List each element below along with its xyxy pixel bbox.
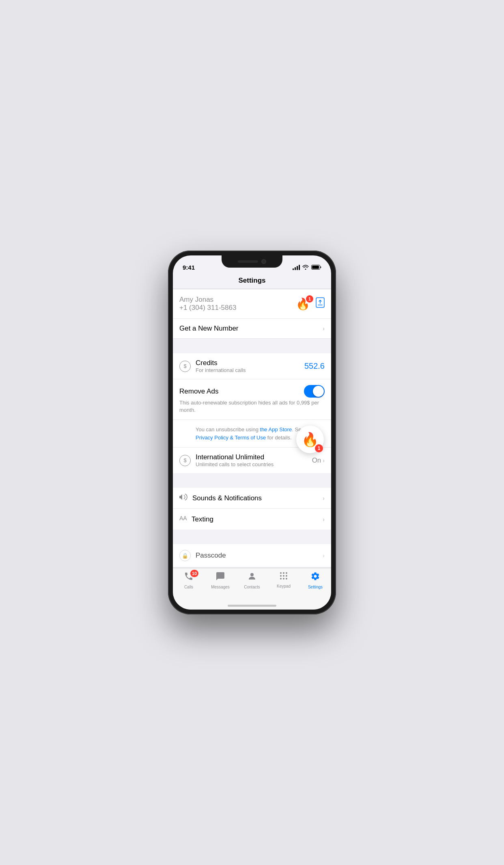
remove-ads-title: Remove Ads xyxy=(179,387,218,396)
keypad-label: Keypad xyxy=(277,584,291,588)
texting-row[interactable]: AA Texting › xyxy=(173,509,331,530)
svg-text:AA: AA xyxy=(179,515,187,521)
passcode-row[interactable]: 🔒 Passcode › xyxy=(173,544,331,567)
svg-point-9 xyxy=(283,575,284,577)
credits-section: $ Credits For international calls 552.6 … xyxy=(173,353,331,473)
credits-row[interactable]: $ Credits For international calls 552.6 xyxy=(173,353,331,379)
upload-icon[interactable] xyxy=(316,297,325,310)
speaker xyxy=(238,260,258,263)
status-time: 9:41 xyxy=(183,264,195,271)
calls-label: Calls xyxy=(184,585,193,589)
profile-name: Amy Jonas xyxy=(179,296,236,304)
credits-sublabel: For international calls xyxy=(196,367,304,373)
unsub-after: for details. xyxy=(266,435,292,441)
svg-point-12 xyxy=(283,578,284,580)
remove-ads-row: Remove Ads This auto-renewable subscript… xyxy=(173,379,331,420)
profile-row[interactable]: Amy Jonas +1 (304) 311-5863 🔥 1 xyxy=(173,289,331,319)
unsub-text: You can unsubscribe using the App Store.… xyxy=(196,426,313,441)
settings-icon xyxy=(310,571,320,584)
status-icons xyxy=(293,265,321,270)
chevron-right-icon: › xyxy=(323,325,325,332)
toggle-knob xyxy=(313,386,324,397)
dollar-circle-icon: $ xyxy=(179,361,191,372)
tab-bar: 10 Calls Messages Co xyxy=(173,568,331,601)
battery-icon xyxy=(311,265,321,270)
get-new-number-row[interactable]: Get a New Number › xyxy=(173,319,331,339)
intl-unlimited-sublabel: Unlimited calls to select countries xyxy=(196,461,312,467)
unsub-before: You can unsubscribe using xyxy=(196,426,260,432)
contacts-icon xyxy=(247,571,257,584)
remove-ads-toggle[interactable] xyxy=(304,385,325,398)
intl-unlimited-label: International Unlimited xyxy=(196,453,312,461)
credits-label: Credits xyxy=(196,359,304,367)
chevron-right-icon-3: › xyxy=(323,495,325,502)
svg-point-13 xyxy=(286,578,287,580)
messages-icon xyxy=(215,571,225,584)
home-bar xyxy=(228,605,276,607)
svg-point-10 xyxy=(286,575,287,577)
wifi-icon xyxy=(302,265,309,270)
passcode-section: 🔒 Passcode › xyxy=(173,544,331,567)
tab-settings[interactable]: Settings xyxy=(299,571,331,589)
app-store-link[interactable]: the App Store xyxy=(260,426,292,432)
sounds-row[interactable]: Sounds & Notifications › xyxy=(173,488,331,509)
remove-ads-description: This auto-renewable subscription hides a… xyxy=(179,399,325,414)
notch xyxy=(222,255,282,268)
texting-icon: AA xyxy=(179,515,187,524)
svg-point-8 xyxy=(280,575,282,577)
passcode-label: Passcode xyxy=(196,551,226,560)
profile-section: Amy Jonas +1 (304) 311-5863 🔥 1 xyxy=(173,289,331,319)
svg-point-6 xyxy=(283,572,284,574)
phone-screen: 9:41 xyxy=(173,255,331,610)
calls-badge: 10 xyxy=(190,570,198,577)
camera xyxy=(261,259,266,264)
tab-keypad[interactable]: Keypad xyxy=(268,571,299,588)
sounds-section: Sounds & Notifications › AA Texting › xyxy=(173,488,331,530)
chevron-right-icon-4: › xyxy=(323,516,325,523)
get-new-number-label: Get a New Number xyxy=(179,324,239,333)
tab-contacts[interactable]: Contacts xyxy=(236,571,268,589)
speaker-icon xyxy=(179,493,188,503)
svg-rect-1 xyxy=(312,266,319,269)
separator-1 xyxy=(173,339,331,353)
separator-2 xyxy=(173,473,331,488)
keypad-icon xyxy=(279,571,288,583)
separator-3 xyxy=(173,530,331,544)
chevron-right-icon-5: › xyxy=(323,552,325,559)
svg-point-11 xyxy=(280,578,282,580)
profile-number: +1 (304) 311-5863 xyxy=(179,304,236,312)
settings-label: Settings xyxy=(308,585,323,589)
profile-info: Amy Jonas +1 (304) 311-5863 xyxy=(179,296,236,312)
svg-point-4 xyxy=(250,573,254,576)
sounds-notifications-label: Sounds & Notifications xyxy=(192,494,262,502)
nav-header: Settings xyxy=(173,273,331,289)
privacy-policy-link[interactable]: Privacy Policy & Terms of Use xyxy=(196,435,266,441)
floating-fire-notification[interactable]: 🔥 1 xyxy=(296,426,324,453)
credits-value: 552.6 xyxy=(304,361,325,371)
phone-frame: 9:41 xyxy=(168,251,336,614)
tab-calls[interactable]: 10 Calls xyxy=(173,571,205,589)
intl-unlimited-value: On xyxy=(312,456,321,465)
fire-badge-container[interactable]: 🔥 1 xyxy=(296,297,310,311)
lock-circle-icon: 🔒 xyxy=(179,550,191,561)
profile-actions: 🔥 1 xyxy=(296,297,325,311)
tab-messages[interactable]: Messages xyxy=(205,571,236,589)
fire-badge: 1 xyxy=(306,295,313,303)
svg-point-7 xyxy=(286,572,287,574)
home-indicator xyxy=(173,601,331,610)
texting-label: Texting xyxy=(192,515,213,523)
contacts-label: Contacts xyxy=(244,585,260,589)
signal-icon xyxy=(293,265,300,270)
chevron-right-icon-2: › xyxy=(323,457,325,464)
svg-point-5 xyxy=(280,572,282,574)
messages-label: Messages xyxy=(211,585,230,589)
get-new-number-section: Get a New Number › xyxy=(173,319,331,339)
page-title: Settings xyxy=(238,277,265,284)
dollar-circle-icon-2: $ xyxy=(179,455,191,466)
floating-badge: 1 xyxy=(315,444,323,452)
